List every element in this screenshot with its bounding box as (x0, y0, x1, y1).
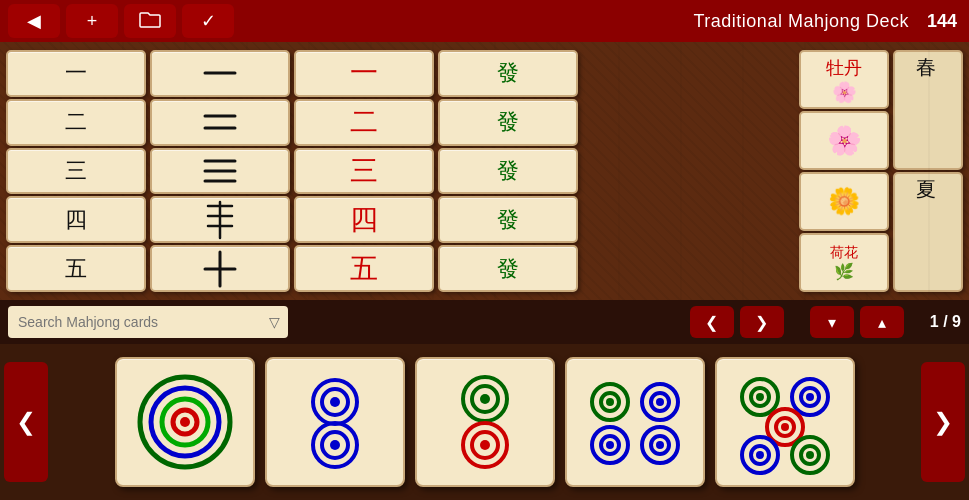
tile-row[interactable]: 發 (438, 245, 578, 292)
toolbar-title: Traditional Mahjong Deck (694, 11, 909, 32)
toolbar: ◀ + ✓ Traditional Mahjong Deck 144 (0, 0, 969, 42)
tile-row[interactable]: 五 (6, 245, 146, 292)
bottom-cards (48, 357, 921, 487)
column-3: 一 二 三 四 五 (294, 50, 434, 292)
flower-tile-blue[interactable]: 🌸 (799, 111, 889, 170)
toolbar-count: 144 (927, 11, 957, 32)
nav-arrows: ❮ ❯ (690, 306, 784, 338)
bottom-tile-1[interactable] (115, 357, 255, 487)
svg-point-13 (180, 417, 190, 427)
bottom-tile-5[interactable] (715, 357, 855, 487)
next-page-button[interactable]: ❯ (740, 306, 784, 338)
page-counter: 1 / 9 (930, 313, 961, 331)
folder-icon (139, 10, 161, 33)
bottom-row: ❮ (0, 344, 969, 500)
svg-point-52 (806, 451, 814, 459)
vert-nav: ▾ ▴ (810, 306, 904, 338)
prev-card-button[interactable]: ❮ (4, 362, 48, 482)
tile-row[interactable]: 二 (6, 99, 146, 146)
main-tile-area: 一 二 三 四 五 (0, 42, 969, 300)
flower-tile-peony[interactable]: 牡丹 🌸 (799, 50, 889, 109)
tile-row[interactable]: 一 (294, 50, 434, 97)
tile-row[interactable]: 三 (294, 148, 434, 195)
column-4: 發 發 發 發 發 (438, 50, 578, 292)
tile-row[interactable]: 二 (294, 99, 434, 146)
search-wrapper: ▽ (8, 306, 288, 338)
bottom-tile-2[interactable] (265, 357, 405, 487)
tile-row[interactable] (150, 196, 290, 243)
svg-point-25 (480, 440, 490, 450)
folder-button[interactable] (124, 4, 176, 38)
tile-row[interactable] (150, 148, 290, 195)
tile-row[interactable]: 發 (438, 99, 578, 146)
season-tile-spring[interactable]: 春 (893, 50, 963, 170)
tile-row[interactable]: 三 (6, 148, 146, 195)
svg-point-46 (781, 423, 789, 431)
svg-point-22 (480, 394, 490, 404)
tile-row[interactable] (150, 245, 290, 292)
svg-point-49 (756, 451, 764, 459)
back-button[interactable]: ◀ (8, 4, 60, 38)
svg-point-34 (606, 441, 614, 449)
flower-tile-lotus[interactable]: 荷花 🌿 (799, 233, 889, 292)
season-column: 春 夏 (893, 50, 963, 292)
add-icon: + (87, 11, 98, 32)
tile-row[interactable]: 發 (438, 196, 578, 243)
tile-row[interactable] (150, 50, 290, 97)
flower-tile-chrysanthemum[interactable]: 🌼 (799, 172, 889, 231)
scroll-down-button[interactable]: ▾ (810, 306, 854, 338)
flower-column: 牡丹 🌸 🌸 🌼 荷花 🌿 (799, 50, 889, 292)
tile-row[interactable]: 五 (294, 245, 434, 292)
check-button[interactable]: ✓ (182, 4, 234, 38)
svg-point-37 (656, 441, 664, 449)
svg-point-28 (606, 398, 614, 406)
add-button[interactable]: + (66, 4, 118, 38)
svg-point-40 (756, 393, 764, 401)
bottom-tile-3[interactable] (415, 357, 555, 487)
search-input[interactable] (8, 306, 288, 338)
tile-row[interactable]: 四 (6, 196, 146, 243)
tile-row[interactable]: 發 (438, 148, 578, 195)
controls-bar: ▽ ❮ ❯ ▾ ▴ 1 / 9 (0, 300, 969, 344)
scroll-up-button[interactable]: ▴ (860, 306, 904, 338)
check-icon: ✓ (201, 10, 216, 32)
tile-row[interactable]: 發 (438, 50, 578, 97)
next-card-button[interactable]: ❯ (921, 362, 965, 482)
back-icon: ◀ (27, 10, 41, 32)
tile-row[interactable]: 四 (294, 196, 434, 243)
season-tile-summer[interactable]: 夏 (893, 172, 963, 292)
svg-point-43 (806, 393, 814, 401)
column-2 (150, 50, 290, 292)
column-1: 一 二 三 四 五 (6, 50, 146, 292)
bottom-tile-4[interactable] (565, 357, 705, 487)
svg-point-31 (656, 398, 664, 406)
prev-page-button[interactable]: ❮ (690, 306, 734, 338)
svg-point-19 (330, 440, 340, 450)
tile-row[interactable]: 一 (6, 50, 146, 97)
tile-row[interactable] (150, 99, 290, 146)
svg-point-16 (330, 397, 340, 407)
